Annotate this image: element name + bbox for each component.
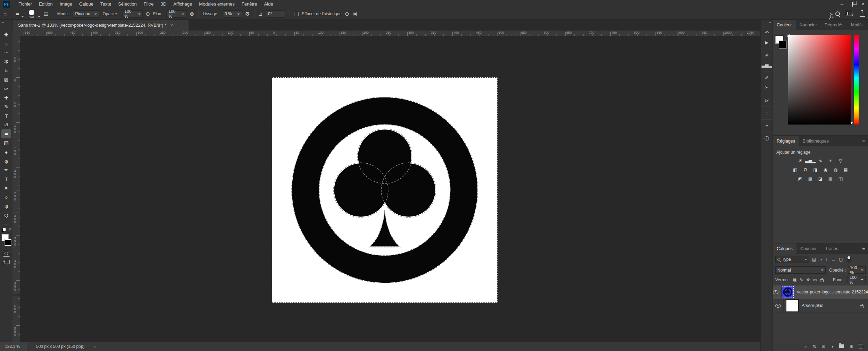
share-button[interactable] xyxy=(860,10,865,18)
hand-tool[interactable]: ψ xyxy=(1,202,11,211)
expand-panels-icon[interactable]: « xyxy=(769,20,771,24)
layer-filter-select[interactable]: Type xyxy=(775,256,809,263)
frame-tool[interactable]: ⊠ xyxy=(1,75,11,84)
node-graph-panel-icon[interactable]: ∴ xyxy=(761,108,773,118)
layers-panel-menu-icon[interactable]: ≡ xyxy=(859,243,868,254)
clone-stamp-tool[interactable]: Ŧ xyxy=(1,111,11,120)
blend-mode-select[interactable]: Normal xyxy=(775,266,826,274)
close-tab-icon[interactable]: × xyxy=(170,23,173,28)
menu-aide[interactable]: Aide xyxy=(261,0,277,8)
brightness-contrast-icon[interactable]: ☀ xyxy=(797,157,804,164)
histogram-panel-icon[interactable]: ▃▅▂ xyxy=(761,60,773,70)
healing-tool[interactable]: ✚ xyxy=(1,93,11,102)
paint-symmetry-icon[interactable]: ⋈ xyxy=(352,11,357,17)
tab-calques[interactable]: Calques xyxy=(773,243,796,254)
erase-history-checkbox[interactable] xyxy=(294,12,299,16)
pressure-size-icon[interactable]: ⊙ xyxy=(345,11,349,17)
posterize-icon[interactable]: ▨ xyxy=(807,176,814,182)
color-balance-icon[interactable]: Ω xyxy=(802,166,809,173)
filter-type-layers-icon[interactable]: T xyxy=(826,257,828,262)
styles-panel-icon[interactable]: fx xyxy=(761,95,773,105)
restore-button[interactable] xyxy=(847,0,858,8)
tab-motifs[interactable]: Motifs xyxy=(847,20,866,30)
layer-filter-toggle[interactable] xyxy=(847,256,851,263)
filter-smart-objects-icon[interactable]: ▢ xyxy=(839,257,843,262)
dodge-tool[interactable]: φ xyxy=(1,156,11,165)
brushes-panel-icon[interactable]: ✳ xyxy=(761,50,773,60)
menu-affichage[interactable]: Affichage xyxy=(170,0,195,8)
color-panel-menu-icon[interactable]: ≡ xyxy=(866,20,868,30)
layer-effects-icon[interactable]: fx xyxy=(812,344,816,349)
eraser-preset-icon[interactable]: ▰ xyxy=(15,11,19,17)
threshold-icon[interactable]: ◪ xyxy=(817,176,824,182)
vibrance-icon[interactable]: ▽ xyxy=(837,157,844,164)
new-layer-icon[interactable]: ⊞ xyxy=(850,344,853,349)
pressure-opacity-icon[interactable]: ⊙ xyxy=(146,11,150,17)
menu-modules-externes[interactable]: Modules externes xyxy=(195,0,238,8)
saturation-brightness-field[interactable] xyxy=(788,35,851,125)
search-button[interactable] xyxy=(835,11,840,17)
path-selection-tool[interactable]: ➤ xyxy=(1,183,11,192)
type-tool[interactable]: T xyxy=(1,174,11,183)
tab-d-grad-s[interactable]: Dégradés xyxy=(821,20,847,30)
default-colors-icon[interactable]: ⇄ xyxy=(2,228,11,232)
filter-shape-layers-icon[interactable]: ▭ xyxy=(832,257,835,262)
menu-image[interactable]: Image xyxy=(56,0,76,8)
layer-visibility-cell[interactable] xyxy=(773,299,784,312)
levels-icon[interactable]: ▃▅▂ xyxy=(807,157,814,164)
link-layers-icon[interactable]: ∞ xyxy=(804,344,807,349)
document-tab[interactable]: Sans titre-1 @ 133% (vector-poker-logo-d… xyxy=(13,20,189,31)
properties-panel-icon[interactable]: ≡ xyxy=(761,121,773,131)
curves-icon[interactable]: ∿ xyxy=(817,157,824,164)
history-brush-tool[interactable]: ↺ xyxy=(1,120,11,129)
brush-tool[interactable]: ✎ xyxy=(1,102,11,111)
add-layer-mask-icon[interactable]: ⊡ xyxy=(821,344,825,349)
marquee-tool[interactable]: ◌ xyxy=(1,39,11,48)
workspace-switcher[interactable] xyxy=(846,11,854,17)
brush-preset-picker[interactable]: 422 xyxy=(27,10,36,18)
tool-presets-panel-icon[interactable]: ✂ xyxy=(761,83,773,92)
layer-thumbnail[interactable] xyxy=(786,299,799,312)
brush-settings-toggle-icon[interactable]: ▤ xyxy=(44,11,49,17)
layer-row[interactable]: vector-poker-logo...-template-2152224 xyxy=(773,285,868,299)
exposure-icon[interactable]: ± xyxy=(827,157,834,164)
menu-3d[interactable]: 3D xyxy=(157,0,170,8)
eraser-tool[interactable]: ▰ xyxy=(1,129,11,138)
filter-pixel-layers-icon[interactable]: ▤ xyxy=(812,257,816,262)
gradient-map-icon[interactable]: ▥ xyxy=(827,176,834,182)
history-panel-icon[interactable]: ↶ xyxy=(761,28,773,37)
toolbar-collapse-icon[interactable]: » xyxy=(2,20,4,24)
menu-edition[interactable]: Edition xyxy=(35,0,56,8)
menu-fichier[interactable]: Fichier xyxy=(15,0,35,8)
lock-move-icon[interactable]: ✥ xyxy=(806,277,810,282)
eye-icon[interactable] xyxy=(773,290,778,294)
menu-calque[interactable]: Calque xyxy=(76,0,97,8)
quick-mask-button[interactable] xyxy=(3,251,10,257)
mode-select[interactable]: Pinceau xyxy=(73,10,99,18)
background-color-swatch[interactable] xyxy=(5,239,11,246)
flow-select[interactable]: 100 % xyxy=(166,10,186,18)
pen-tool[interactable]: ✒ xyxy=(1,165,11,174)
layer-thumbnail[interactable] xyxy=(782,286,794,298)
layer-opacity-select[interactable]: 100 % xyxy=(848,266,866,274)
menu-filtre[interactable]: Filtre xyxy=(140,0,157,8)
chevron-down-icon[interactable] xyxy=(38,15,41,18)
document-canvas[interactable] xyxy=(272,77,498,303)
color-picker-cursor[interactable] xyxy=(787,34,791,37)
lock-artboard-icon[interactable]: ▭ xyxy=(813,277,817,282)
lock-paint-icon[interactable]: ✎ xyxy=(800,277,803,282)
new-group-icon[interactable] xyxy=(839,344,844,348)
photo-filter-icon[interactable]: ◉ xyxy=(822,166,829,173)
hue-saturation-icon[interactable]: ◧ xyxy=(792,166,799,173)
selective-color-icon[interactable]: ◫ xyxy=(837,176,844,182)
filter-adjustment-layers-icon[interactable]: ◑ xyxy=(819,257,822,262)
tab-nuancier[interactable]: Nuancier xyxy=(796,20,821,30)
fill-select[interactable]: 100 % xyxy=(848,276,866,283)
lock-transparency-icon[interactable]: ▦ xyxy=(793,277,796,282)
zoom-level-field[interactable]: 133,1 % xyxy=(0,342,27,351)
lasso-tool[interactable]: ∽ xyxy=(1,48,11,57)
color-lookup-icon[interactable]: ▦ xyxy=(842,166,849,173)
object-selection-tool[interactable]: ✻ xyxy=(1,57,11,66)
tab-couches[interactable]: Couches xyxy=(796,243,821,254)
hue-slider-marker[interactable] xyxy=(851,121,853,125)
